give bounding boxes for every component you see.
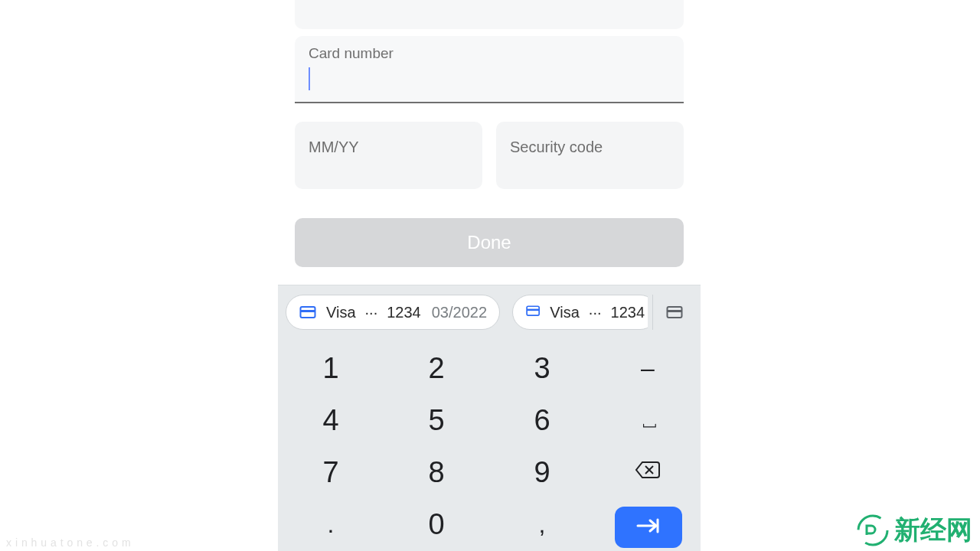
watermark-text: 新经网 xyxy=(894,513,972,548)
done-button[interactable]: Done xyxy=(295,218,684,267)
svg-rect-5 xyxy=(668,310,682,312)
chip-dots: ··· xyxy=(365,304,378,321)
watermark-logo-icon xyxy=(856,514,890,547)
key-6[interactable]: 6 xyxy=(489,394,595,446)
text-caret xyxy=(309,67,310,90)
svg-point-6 xyxy=(858,516,887,545)
autofill-chip[interactable]: Visa ··· 1234 03/2022 xyxy=(286,295,500,330)
key-5[interactable]: 5 xyxy=(384,394,489,446)
key-space[interactable]: ⎵ xyxy=(595,394,701,446)
chip-brand: Visa xyxy=(326,304,356,321)
keyboard: Visa ··· 1234 03/2022 Visa ··· 1234 xyxy=(278,285,701,551)
card-number-label: Card number xyxy=(309,45,670,62)
keyboard-card-settings-button[interactable] xyxy=(656,295,693,330)
chip-expiry: 03/2022 xyxy=(432,304,487,321)
key-8[interactable]: 8 xyxy=(384,447,489,499)
key-4[interactable]: 4 xyxy=(278,394,384,446)
key-go[interactable] xyxy=(615,507,682,548)
chip-last4: 1234 xyxy=(611,304,645,321)
key-0[interactable]: 0 xyxy=(384,499,489,551)
credit-card-icon xyxy=(665,303,684,321)
chip-dots: ··· xyxy=(589,304,602,321)
arrow-next-icon xyxy=(635,515,662,540)
autofill-divider xyxy=(652,295,653,330)
autofill-strip: Visa ··· 1234 03/2022 Visa ··· 1234 xyxy=(278,289,701,335)
key-9[interactable]: 9 xyxy=(489,447,595,499)
done-label: Done xyxy=(467,232,511,253)
expiry-field[interactable]: MM/YY xyxy=(295,122,482,189)
credit-card-icon xyxy=(299,303,317,321)
security-code-placeholder: Security code xyxy=(510,139,603,155)
key-comma[interactable]: , xyxy=(489,499,595,551)
security-code-field[interactable]: Security code xyxy=(496,122,684,189)
credit-card-icon xyxy=(525,303,541,321)
expiry-placeholder: MM/YY xyxy=(309,139,359,155)
card-number-field[interactable]: Card number xyxy=(295,36,684,103)
chip-brand: Visa xyxy=(550,304,580,321)
watermark-logo: 新经网 xyxy=(856,513,972,548)
name-on-card-field[interactable] xyxy=(295,0,684,29)
key-2[interactable]: 2 xyxy=(384,342,489,394)
chip-last4: 1234 xyxy=(387,304,421,321)
backspace-icon xyxy=(634,458,662,487)
space-bracket-icon: ⎵ xyxy=(643,408,653,432)
svg-rect-3 xyxy=(527,309,539,311)
watermark-url: xinhuatone.com xyxy=(6,536,134,549)
key-7[interactable]: 7 xyxy=(278,447,384,499)
autofill-chip[interactable]: Visa ··· 1234 xyxy=(512,295,648,330)
svg-rect-1 xyxy=(301,310,315,312)
key-dash[interactable]: – xyxy=(595,342,701,394)
key-1[interactable]: 1 xyxy=(278,342,384,394)
key-backspace[interactable] xyxy=(595,447,701,499)
key-period[interactable]: . xyxy=(278,499,384,551)
key-3[interactable]: 3 xyxy=(489,342,595,394)
